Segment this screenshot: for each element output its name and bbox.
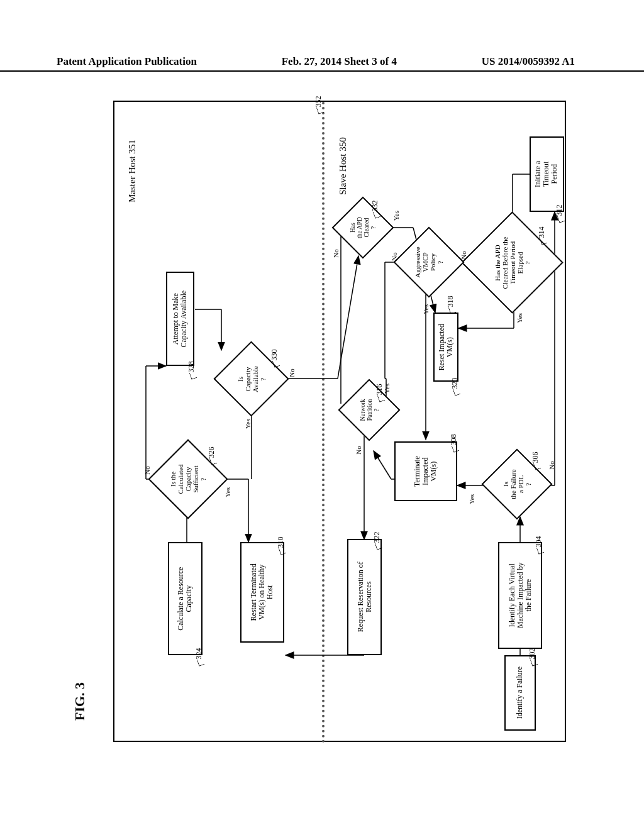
ref-306: 306 (531, 452, 540, 463)
ref-310: 310 (276, 537, 286, 548)
lbl-330-yes: Yes (244, 419, 252, 429)
node-attempt-make-capacity: Attempt to MakeCapacity Available (166, 272, 194, 366)
node-identify-failure: Identify a Failure (504, 655, 536, 731)
slave-host-header: Slave Host 350 (338, 137, 348, 195)
ref-324: 324 (194, 648, 204, 660)
lbl-332-no: No (332, 249, 340, 257)
master-host-header: Master Host 351 (127, 140, 138, 202)
node-326-text: Is theCalculatedCapacitySufficient? (169, 464, 207, 494)
node-320-text: Reset ImpactedVM(s) (438, 324, 454, 370)
lbl-330-no: No (288, 368, 296, 377)
header-mid: Feb. 27, 2014 Sheet 3 of 4 (282, 55, 397, 68)
node-330-text: IsCapacityAvailable? (236, 366, 266, 392)
lbl-326-no: No (143, 466, 151, 474)
node-306-text: Isthe Failurea PDL? (502, 469, 532, 499)
ref-322: 322 (372, 532, 382, 543)
node-322-text: Request Reservation ofResources (356, 562, 372, 633)
node-314-text: Has the APDCleared Before theTimeout Per… (493, 236, 531, 289)
node-request-reservation: Request Reservation ofResources (347, 539, 382, 655)
page-header: Patent Application Publication Feb. 27, … (0, 55, 644, 72)
node-aggressive-vmcp: AggressiveVMCPPolicy? (404, 237, 454, 287)
node-304-text: Identify Each VirtualMachine Impacted by… (508, 563, 533, 629)
flowchart-frame: Master Host 351 Slave Host 350 352 (113, 101, 566, 742)
node-332-text: Hasthe APDCleared? (349, 217, 377, 238)
lbl-316-no: No (355, 446, 362, 454)
node-initiate-timeout: Initiate aTimeoutPeriod (530, 136, 564, 212)
ref-352: 352 (314, 96, 323, 108)
header-right: US 2014/0059392 A1 (482, 55, 575, 68)
node-terminate-vms: TerminateImpactedVM(s) (394, 441, 457, 501)
node-identify-impacted-vm: Identify Each VirtualMachine Impacted by… (498, 542, 542, 649)
node-308-text: TerminateImpactedVM(s) (413, 456, 438, 486)
lbl-318-yes: Yes (422, 304, 430, 314)
node-calculate-capacity: Calculate a ResourceCapacity (168, 542, 203, 655)
ref-326: 326 (207, 447, 216, 458)
node-302-text: Identify a Failure (516, 667, 524, 719)
node-316-text: NetworkPatrition? (359, 399, 380, 421)
lbl-326-yes: Yes (224, 487, 231, 497)
ref-328: 328 (187, 362, 196, 373)
node-capacity-sufficient: Is theCalculatedCapacitySufficient? (160, 451, 216, 507)
figure-area: FIG. 3 Master Host 351 Slave Host 350 35… (75, 101, 566, 748)
lbl-316-yes: Yes (383, 384, 391, 394)
ref-312: 312 (555, 205, 564, 216)
ref-330: 330 (270, 350, 279, 361)
ref-314: 314 (537, 227, 547, 238)
node-312-text: Initiate aTimeoutPeriod (535, 161, 560, 187)
figure-label: FIG. 3 (72, 682, 88, 721)
node-328-text: Attempt to MakeCapacity Available (172, 290, 188, 348)
lbl-306-no: No (548, 461, 555, 469)
lbl-314-yes: Yes (516, 313, 523, 323)
node-reset-impacted-vms: Reset ImpactedVM(s) (433, 313, 458, 382)
node-restart-terminated: Restart TerminatedVM(s) on HealthyHost (240, 542, 284, 643)
ref-318: 318 (446, 296, 455, 307)
host-divider (322, 102, 325, 743)
ref-332: 332 (370, 201, 380, 212)
ref-302: 302 (528, 648, 537, 660)
lbl-318-no: No (391, 252, 398, 260)
svg-line-30 (338, 256, 358, 379)
lbl-332-yes: Yes (392, 211, 400, 221)
lbl-306-yes: Yes (468, 494, 475, 504)
svg-line-16 (374, 451, 391, 479)
header-left: Patent Application Publication (57, 55, 197, 68)
ref-320: 320 (450, 378, 460, 389)
node-network-partition: NetworkPatrition? (347, 388, 391, 432)
ref-308: 308 (449, 434, 458, 446)
node-310-text: Restart TerminatedVM(s) on HealthyHost (250, 563, 275, 621)
ref-304: 304 (534, 536, 543, 548)
node-324-text: Calculate a ResourceCapacity (177, 567, 193, 630)
node-318-text: AggressiveVMCPPolicy? (414, 246, 444, 278)
